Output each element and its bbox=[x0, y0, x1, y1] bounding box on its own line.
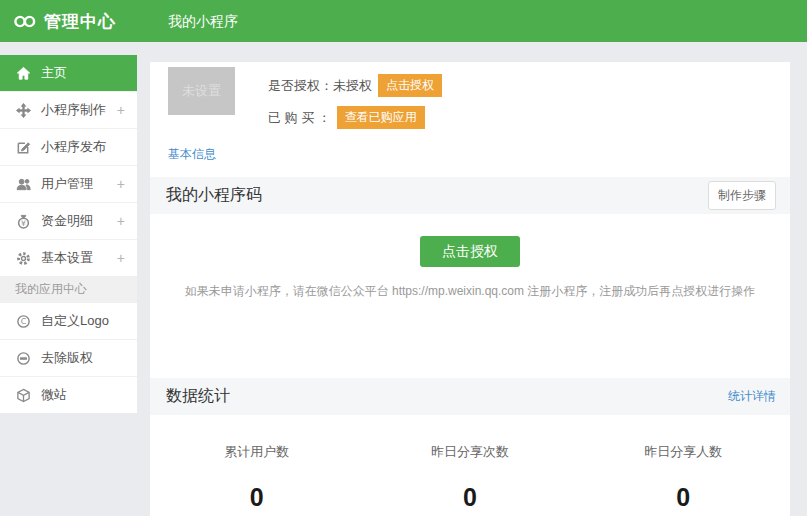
stat-value: 0 bbox=[150, 483, 363, 512]
sidebar-item-label: 资金明细 bbox=[41, 212, 93, 230]
brand-title: 管理中心 bbox=[44, 10, 116, 33]
sidebar-item-user-management[interactable]: 用户管理 + bbox=[0, 165, 137, 202]
home-icon bbox=[15, 66, 31, 81]
funds-icon: ¥ bbox=[15, 214, 31, 229]
sidebar-item-label: 小程序发布 bbox=[41, 138, 106, 156]
sidebar: 主页 小程序制作 + 小程序发布 用户管理 + bbox=[0, 55, 137, 413]
basic-info-link[interactable]: 基本信息 bbox=[168, 146, 216, 163]
sidebar-item-label: 基本设置 bbox=[41, 249, 93, 267]
production-steps-button[interactable]: 制作步骤 bbox=[708, 181, 776, 210]
sidebar-item-microsite[interactable]: 微站 bbox=[0, 376, 137, 413]
cube-icon bbox=[15, 388, 31, 403]
stat-total-users: 累计用户数 0 bbox=[150, 443, 363, 512]
stats-row: 累计用户数 0 昨日分享次数 0 昨日分享人数 0 bbox=[150, 443, 790, 512]
sidebar-item-home[interactable]: 主页 bbox=[0, 55, 137, 91]
sidebar-item-miniprogram-publish[interactable]: 小程序发布 bbox=[0, 128, 137, 165]
expand-icon[interactable]: + bbox=[117, 176, 125, 192]
sidebar-item-label: 自定义Logo bbox=[41, 312, 109, 330]
sidebar-item-label: 小程序制作 bbox=[41, 101, 106, 119]
stat-yesterday-shares: 昨日分享次数 0 bbox=[363, 443, 576, 512]
settings-icon bbox=[15, 251, 31, 266]
brand[interactable]: 管理中心 bbox=[0, 10, 142, 33]
svg-text:¥: ¥ bbox=[21, 218, 26, 227]
expand-icon[interactable]: + bbox=[117, 213, 125, 229]
stat-yesterday-sharers: 昨日分享人数 0 bbox=[577, 443, 790, 512]
move-icon bbox=[15, 103, 31, 118]
publish-icon bbox=[15, 140, 31, 155]
logo-icon bbox=[13, 14, 37, 29]
register-hint-text: 如果未申请小程序，请在微信公众平台 https://mp.weixin.qq.c… bbox=[150, 283, 790, 300]
profile-block: 未设置 是否授权：未授权 点击授权 已 购 买 ： 查看已购应用 基本信息 bbox=[150, 62, 790, 163]
sidebar-item-miniprogram-create[interactable]: 小程序制作 + bbox=[0, 91, 137, 128]
stat-value: 0 bbox=[577, 483, 790, 512]
stat-label: 累计用户数 bbox=[150, 443, 363, 461]
copyright-icon: C bbox=[15, 314, 31, 329]
stats-section-header: 数据统计 统计详情 bbox=[150, 378, 790, 415]
stat-label: 昨日分享人数 bbox=[577, 443, 790, 461]
main-content: 未设置 是否授权：未授权 点击授权 已 购 买 ： 查看已购应用 基本信息 我的… bbox=[150, 62, 790, 516]
stat-label: 昨日分享次数 bbox=[363, 443, 576, 461]
authorize-button[interactable]: 点击授权 bbox=[378, 74, 442, 97]
users-icon bbox=[15, 177, 31, 192]
purchased-label: 已 购 买 ： bbox=[268, 109, 331, 127]
stats-section-title: 数据统计 bbox=[166, 386, 230, 407]
sidebar-item-remove-copyright[interactable]: 去除版权 bbox=[0, 339, 137, 376]
sidebar-section-title: 我的应用中心 bbox=[0, 276, 137, 302]
sidebar-item-basic-settings[interactable]: 基本设置 + bbox=[0, 239, 137, 276]
qrcode-section-title: 我的小程序码 bbox=[166, 185, 262, 206]
view-purchased-apps-button[interactable]: 查看已购应用 bbox=[337, 106, 425, 129]
app-thumbnail: 未设置 bbox=[168, 67, 235, 115]
app-header: 管理中心 我的小程序 bbox=[0, 0, 807, 42]
sidebar-item-label: 主页 bbox=[41, 64, 67, 82]
nav-my-miniprogram[interactable]: 我的小程序 bbox=[156, 0, 250, 42]
click-authorize-button[interactable]: 点击授权 bbox=[420, 236, 520, 267]
minus-circle-icon bbox=[15, 351, 31, 366]
expand-icon[interactable]: + bbox=[117, 250, 125, 266]
expand-icon[interactable]: + bbox=[117, 102, 125, 118]
sidebar-item-funds-detail[interactable]: ¥ 资金明细 + bbox=[0, 202, 137, 239]
sidebar-item-label: 微站 bbox=[41, 386, 67, 404]
stats-details-link[interactable]: 统计详情 bbox=[728, 388, 776, 405]
sidebar-item-custom-logo[interactable]: C 自定义Logo bbox=[0, 302, 137, 339]
qrcode-section-header: 我的小程序码 制作步骤 bbox=[150, 177, 790, 214]
svg-text:C: C bbox=[20, 317, 26, 326]
sidebar-item-label: 去除版权 bbox=[41, 349, 93, 367]
sidebar-item-label: 用户管理 bbox=[41, 175, 93, 193]
auth-status-label: 是否授权：未授权 bbox=[268, 77, 372, 95]
stat-value: 0 bbox=[363, 483, 576, 512]
